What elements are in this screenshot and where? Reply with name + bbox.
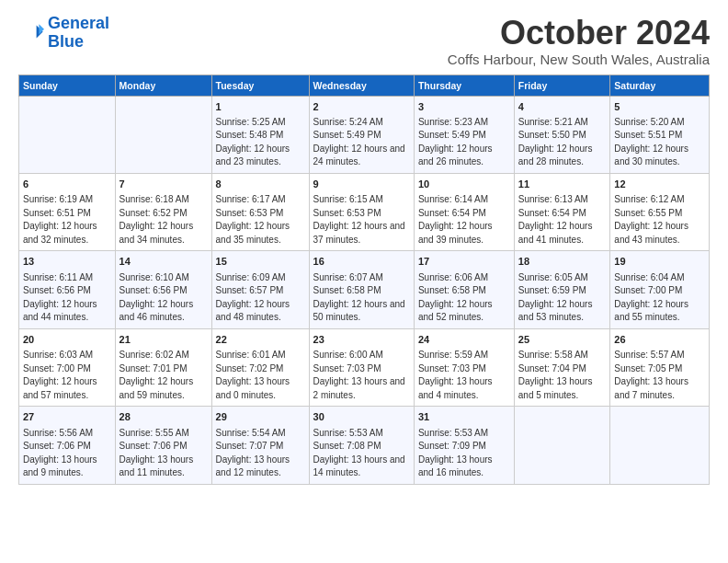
calendar-cell: 24Sunrise: 5:59 AMSunset: 7:03 PMDayligh… <box>414 328 514 406</box>
calendar-cell: 7Sunrise: 6:18 AMSunset: 6:52 PMDaylight… <box>115 173 211 250</box>
calendar-cell: 30Sunrise: 5:53 AMSunset: 7:08 PMDayligh… <box>309 407 414 484</box>
day-number: 3 <box>418 100 510 114</box>
day-number: 2 <box>313 100 410 114</box>
cell-info: Sunrise: 5:53 AMSunset: 7:09 PMDaylight:… <box>418 427 510 480</box>
cell-info: Sunrise: 6:06 AMSunset: 6:58 PMDaylight:… <box>418 271 510 325</box>
day-number: 29 <box>216 410 305 424</box>
calendar-cell: 18Sunrise: 6:05 AMSunset: 6:59 PMDayligh… <box>514 251 610 328</box>
day-number: 9 <box>313 178 410 191</box>
cell-info: Sunrise: 6:17 AMSunset: 6:53 PMDaylight:… <box>216 193 305 247</box>
day-number: 6 <box>23 178 111 191</box>
cell-info: Sunrise: 6:13 AMSunset: 6:54 PMDaylight:… <box>518 193 607 247</box>
week-row-4: 20Sunrise: 6:03 AMSunset: 7:00 PMDayligh… <box>19 328 710 406</box>
subtitle: Coffs Harbour, New South Wales, Australi… <box>448 52 710 67</box>
column-header-friday: Friday <box>514 75 610 96</box>
cell-info: Sunrise: 5:53 AMSunset: 7:08 PMDaylight:… <box>313 427 410 480</box>
week-row-3: 13Sunrise: 6:11 AMSunset: 6:56 PMDayligh… <box>19 251 710 328</box>
cell-info: Sunrise: 5:58 AMSunset: 7:04 PMDaylight:… <box>518 349 607 402</box>
column-header-monday: Monday <box>115 75 211 96</box>
calendar-table: SundayMondayTuesdayWednesdayThursdayFrid… <box>18 75 710 485</box>
column-header-thursday: Thursday <box>414 75 514 96</box>
page: General Blue October 2024 Coffs Harbour,… <box>0 0 728 563</box>
day-number: 31 <box>418 410 510 424</box>
column-header-saturday: Saturday <box>610 75 710 96</box>
calendar-cell: 19Sunrise: 6:04 AMSunset: 7:00 PMDayligh… <box>610 251 710 328</box>
cell-info: Sunrise: 5:56 AMSunset: 7:06 PMDaylight:… <box>23 427 111 480</box>
calendar-cell: 25Sunrise: 5:58 AMSunset: 7:04 PMDayligh… <box>514 328 610 406</box>
day-number: 4 <box>518 100 607 114</box>
cell-info: Sunrise: 6:15 AMSunset: 6:53 PMDaylight:… <box>313 193 410 247</box>
cell-info: Sunrise: 5:55 AMSunset: 7:06 PMDaylight:… <box>119 427 208 480</box>
cell-info: Sunrise: 5:21 AMSunset: 5:50 PMDaylight:… <box>518 116 607 169</box>
cell-info: Sunrise: 6:09 AMSunset: 6:57 PMDaylight:… <box>216 271 305 325</box>
day-number: 28 <box>119 410 208 424</box>
day-number: 11 <box>518 178 607 191</box>
cell-info: Sunrise: 6:05 AMSunset: 6:59 PMDaylight:… <box>518 271 607 325</box>
day-number: 26 <box>614 333 705 347</box>
cell-info: Sunrise: 6:10 AMSunset: 6:56 PMDaylight:… <box>119 271 208 325</box>
calendar-cell: 28Sunrise: 5:55 AMSunset: 7:06 PMDayligh… <box>115 407 211 484</box>
day-number: 24 <box>418 333 510 347</box>
calendar-cell: 16Sunrise: 6:07 AMSunset: 6:58 PMDayligh… <box>309 251 414 328</box>
logo-line1: General <box>48 14 109 32</box>
calendar-cell <box>610 407 710 484</box>
calendar-cell: 2Sunrise: 5:24 AMSunset: 5:49 PMDaylight… <box>309 96 414 173</box>
day-number: 30 <box>313 410 410 424</box>
column-header-tuesday: Tuesday <box>211 75 309 96</box>
calendar-cell: 20Sunrise: 6:03 AMSunset: 7:00 PMDayligh… <box>19 328 116 406</box>
cell-info: Sunrise: 6:04 AMSunset: 7:00 PMDaylight:… <box>614 271 705 325</box>
cell-info: Sunrise: 5:25 AMSunset: 5:48 PMDaylight:… <box>216 116 305 169</box>
calendar-cell: 12Sunrise: 6:12 AMSunset: 6:55 PMDayligh… <box>610 173 710 250</box>
calendar-cell: 4Sunrise: 5:21 AMSunset: 5:50 PMDaylight… <box>514 96 610 173</box>
title-block: October 2024 Coffs Harbour, New South Wa… <box>448 15 710 67</box>
calendar-cell <box>19 96 116 173</box>
cell-info: Sunrise: 6:03 AMSunset: 7:00 PMDaylight:… <box>23 349 111 402</box>
calendar-cell <box>115 96 211 173</box>
calendar-cell: 22Sunrise: 6:01 AMSunset: 7:02 PMDayligh… <box>211 328 309 406</box>
day-number: 23 <box>313 333 410 347</box>
day-number: 14 <box>119 255 208 269</box>
calendar-cell: 31Sunrise: 5:53 AMSunset: 7:09 PMDayligh… <box>414 407 514 484</box>
cell-info: Sunrise: 5:20 AMSunset: 5:51 PMDaylight:… <box>614 116 705 169</box>
cell-info: Sunrise: 6:11 AMSunset: 6:56 PMDaylight:… <box>23 271 111 325</box>
day-number: 22 <box>216 333 305 347</box>
week-row-2: 6Sunrise: 6:19 AMSunset: 6:51 PMDaylight… <box>19 173 710 250</box>
calendar-cell: 26Sunrise: 5:57 AMSunset: 7:05 PMDayligh… <box>610 328 710 406</box>
calendar-cell: 15Sunrise: 6:09 AMSunset: 6:57 PMDayligh… <box>211 251 309 328</box>
calendar-header: SundayMondayTuesdayWednesdayThursdayFrid… <box>19 75 710 96</box>
cell-info: Sunrise: 5:23 AMSunset: 5:49 PMDaylight:… <box>418 116 510 169</box>
calendar-cell: 6Sunrise: 6:19 AMSunset: 6:51 PMDaylight… <box>19 173 116 250</box>
day-number: 17 <box>418 255 510 269</box>
calendar-cell: 17Sunrise: 6:06 AMSunset: 6:58 PMDayligh… <box>414 251 514 328</box>
day-number: 19 <box>614 255 705 269</box>
calendar-cell: 3Sunrise: 5:23 AMSunset: 5:49 PMDaylight… <box>414 96 514 173</box>
day-number: 25 <box>518 333 607 347</box>
calendar-cell: 8Sunrise: 6:17 AMSunset: 6:53 PMDaylight… <box>211 173 309 250</box>
cell-info: Sunrise: 6:12 AMSunset: 6:55 PMDaylight:… <box>614 193 705 247</box>
cell-info: Sunrise: 6:02 AMSunset: 7:01 PMDaylight:… <box>119 349 208 402</box>
day-number: 12 <box>614 178 705 191</box>
calendar-cell: 21Sunrise: 6:02 AMSunset: 7:01 PMDayligh… <box>115 328 211 406</box>
calendar-cell <box>514 407 610 484</box>
day-number: 1 <box>216 100 305 114</box>
cell-info: Sunrise: 5:59 AMSunset: 7:03 PMDaylight:… <box>418 349 510 402</box>
cell-info: Sunrise: 6:18 AMSunset: 6:52 PMDaylight:… <box>119 193 208 247</box>
calendar-cell: 27Sunrise: 5:56 AMSunset: 7:06 PMDayligh… <box>19 407 116 484</box>
cell-info: Sunrise: 6:01 AMSunset: 7:02 PMDaylight:… <box>216 349 305 402</box>
calendar-cell: 9Sunrise: 6:15 AMSunset: 6:53 PMDaylight… <box>309 173 414 250</box>
logo: General Blue <box>18 15 109 52</box>
cell-info: Sunrise: 6:00 AMSunset: 7:03 PMDaylight:… <box>313 349 410 402</box>
calendar-cell: 10Sunrise: 6:14 AMSunset: 6:54 PMDayligh… <box>414 173 514 250</box>
cell-info: Sunrise: 6:14 AMSunset: 6:54 PMDaylight:… <box>418 193 510 247</box>
calendar-cell: 1Sunrise: 5:25 AMSunset: 5:48 PMDaylight… <box>211 96 309 173</box>
cell-info: Sunrise: 6:07 AMSunset: 6:58 PMDaylight:… <box>313 271 410 325</box>
day-number: 18 <box>518 255 607 269</box>
day-number: 10 <box>418 178 510 191</box>
day-number: 21 <box>119 333 208 347</box>
week-row-5: 27Sunrise: 5:56 AMSunset: 7:06 PMDayligh… <box>19 407 710 484</box>
cell-info: Sunrise: 5:54 AMSunset: 7:07 PMDaylight:… <box>216 427 305 480</box>
day-number: 5 <box>614 100 705 114</box>
column-header-wednesday: Wednesday <box>309 75 414 96</box>
day-number: 13 <box>23 255 111 269</box>
cell-info: Sunrise: 6:19 AMSunset: 6:51 PMDaylight:… <box>23 193 111 247</box>
